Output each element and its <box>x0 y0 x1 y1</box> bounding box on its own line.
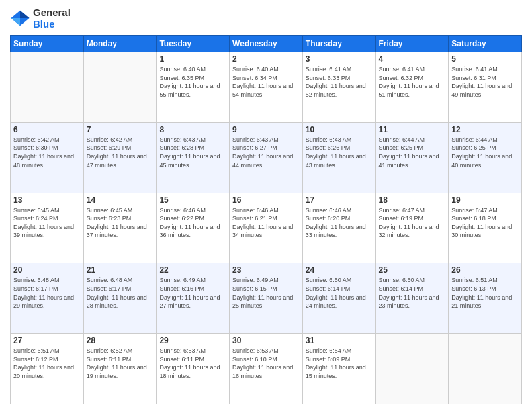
calendar-cell: 14Sunrise: 6:45 AM Sunset: 6:23 PM Dayli… <box>83 193 157 263</box>
calendar-cell: 13Sunrise: 6:45 AM Sunset: 6:24 PM Dayli… <box>11 193 84 263</box>
calendar-cell: 7Sunrise: 6:42 AM Sunset: 6:29 PM Daylig… <box>83 122 157 193</box>
day-info: Sunrise: 6:42 AM Sunset: 6:29 PM Dayligh… <box>87 136 154 169</box>
calendar-cell: 4Sunrise: 6:41 AM Sunset: 6:32 PM Daylig… <box>375 52 449 123</box>
day-number: 12 <box>451 125 519 134</box>
calendar-cell: 30Sunrise: 6:53 AM Sunset: 6:10 PM Dayli… <box>230 334 303 404</box>
calendar-cell: 26Sunrise: 6:51 AM Sunset: 6:13 PM Dayli… <box>449 263 522 334</box>
day-info: Sunrise: 6:49 AM Sunset: 6:16 PM Dayligh… <box>159 276 226 310</box>
calendar-cell: 3Sunrise: 6:41 AM Sunset: 6:33 PM Daylig… <box>302 52 375 123</box>
day-info: Sunrise: 6:53 AM Sunset: 6:11 PM Dayligh… <box>159 347 226 380</box>
logo-icon <box>10 8 30 28</box>
day-info: Sunrise: 6:52 AM Sunset: 6:11 PM Dayligh… <box>87 347 154 380</box>
day-number: 31 <box>306 336 373 345</box>
day-info: Sunrise: 6:51 AM Sunset: 6:13 PM Dayligh… <box>451 276 519 310</box>
calendar-cell: 20Sunrise: 6:48 AM Sunset: 6:17 PM Dayli… <box>11 263 84 334</box>
day-number: 14 <box>87 195 154 205</box>
weekday-header-monday: Monday <box>83 36 157 52</box>
logo-text: General Blue <box>33 7 71 30</box>
day-info: Sunrise: 6:53 AM Sunset: 6:10 PM Dayligh… <box>232 347 300 380</box>
day-number: 3 <box>306 54 373 64</box>
day-number: 26 <box>451 265 519 275</box>
day-number: 2 <box>232 54 300 64</box>
day-number: 7 <box>87 125 154 134</box>
svg-marker-1 <box>20 11 30 18</box>
day-number: 27 <box>13 336 81 345</box>
calendar-cell: 28Sunrise: 6:52 AM Sunset: 6:11 PM Dayli… <box>83 334 157 404</box>
day-info: Sunrise: 6:54 AM Sunset: 6:09 PM Dayligh… <box>306 347 373 380</box>
day-info: Sunrise: 6:40 AM Sunset: 6:35 PM Dayligh… <box>159 65 226 99</box>
day-info: Sunrise: 6:42 AM Sunset: 6:30 PM Dayligh… <box>13 136 81 169</box>
day-number: 19 <box>451 195 519 205</box>
page: General Blue SundayMondayTuesdayWednesda… <box>0 0 532 411</box>
calendar-cell: 15Sunrise: 6:46 AM Sunset: 6:22 PM Dayli… <box>157 193 230 263</box>
calendar-cell: 12Sunrise: 6:44 AM Sunset: 6:25 PM Dayli… <box>449 122 522 193</box>
day-number: 8 <box>159 125 226 134</box>
calendar-week-row: 13Sunrise: 6:45 AM Sunset: 6:24 PM Dayli… <box>11 193 522 263</box>
weekday-header-sunday: Sunday <box>11 36 84 52</box>
calendar-cell: 6Sunrise: 6:42 AM Sunset: 6:30 PM Daylig… <box>11 122 84 193</box>
day-info: Sunrise: 6:45 AM Sunset: 6:24 PM Dayligh… <box>13 206 81 240</box>
calendar-cell: 25Sunrise: 6:50 AM Sunset: 6:14 PM Dayli… <box>375 263 449 334</box>
day-number: 13 <box>13 195 81 205</box>
day-number: 5 <box>451 54 519 64</box>
day-number: 9 <box>232 125 300 134</box>
day-number: 30 <box>232 336 300 345</box>
day-info: Sunrise: 6:41 AM Sunset: 6:31 PM Dayligh… <box>451 65 519 99</box>
day-info: Sunrise: 6:48 AM Sunset: 6:17 PM Dayligh… <box>13 276 81 310</box>
calendar-cell: 22Sunrise: 6:49 AM Sunset: 6:16 PM Dayli… <box>157 263 230 334</box>
calendar-cell: 2Sunrise: 6:40 AM Sunset: 6:34 PM Daylig… <box>230 52 303 123</box>
day-info: Sunrise: 6:41 AM Sunset: 6:33 PM Dayligh… <box>306 65 373 99</box>
calendar-cell: 8Sunrise: 6:43 AM Sunset: 6:28 PM Daylig… <box>157 122 230 193</box>
day-info: Sunrise: 6:40 AM Sunset: 6:34 PM Dayligh… <box>232 65 300 99</box>
day-info: Sunrise: 6:50 AM Sunset: 6:14 PM Dayligh… <box>306 276 373 310</box>
day-info: Sunrise: 6:47 AM Sunset: 6:19 PM Dayligh… <box>379 206 446 240</box>
calendar-cell: 21Sunrise: 6:48 AM Sunset: 6:17 PM Dayli… <box>83 263 157 334</box>
day-number: 24 <box>306 265 373 275</box>
day-number: 22 <box>159 265 226 275</box>
weekday-header-saturday: Saturday <box>449 36 522 52</box>
calendar-cell <box>11 52 84 123</box>
day-number: 10 <box>306 125 373 134</box>
calendar-week-row: 1Sunrise: 6:40 AM Sunset: 6:35 PM Daylig… <box>11 52 522 123</box>
day-info: Sunrise: 6:44 AM Sunset: 6:25 PM Dayligh… <box>379 136 446 169</box>
day-number: 16 <box>232 195 300 205</box>
calendar-cell: 18Sunrise: 6:47 AM Sunset: 6:19 PM Dayli… <box>375 193 449 263</box>
calendar-cell <box>83 52 157 123</box>
weekday-header-thursday: Thursday <box>302 36 375 52</box>
day-info: Sunrise: 6:43 AM Sunset: 6:27 PM Dayligh… <box>232 136 300 169</box>
day-info: Sunrise: 6:46 AM Sunset: 6:22 PM Dayligh… <box>159 206 226 240</box>
calendar-cell: 31Sunrise: 6:54 AM Sunset: 6:09 PM Dayli… <box>302 334 375 404</box>
day-number: 21 <box>87 265 154 275</box>
calendar-table: SundayMondayTuesdayWednesdayThursdayFrid… <box>10 35 522 404</box>
weekday-header-wednesday: Wednesday <box>230 36 303 52</box>
day-info: Sunrise: 6:47 AM Sunset: 6:18 PM Dayligh… <box>451 206 519 240</box>
day-number: 17 <box>306 195 373 205</box>
day-info: Sunrise: 6:48 AM Sunset: 6:17 PM Dayligh… <box>87 276 154 310</box>
day-info: Sunrise: 6:41 AM Sunset: 6:32 PM Dayligh… <box>379 65 446 99</box>
day-info: Sunrise: 6:45 AM Sunset: 6:23 PM Dayligh… <box>87 206 154 240</box>
calendar-cell: 11Sunrise: 6:44 AM Sunset: 6:25 PM Dayli… <box>375 122 449 193</box>
weekday-header-row: SundayMondayTuesdayWednesdayThursdayFrid… <box>11 36 522 52</box>
calendar-cell: 1Sunrise: 6:40 AM Sunset: 6:35 PM Daylig… <box>157 52 230 123</box>
day-number: 28 <box>87 336 154 345</box>
logo: General Blue <box>10 7 71 30</box>
calendar-cell: 17Sunrise: 6:46 AM Sunset: 6:20 PM Dayli… <box>302 193 375 263</box>
calendar-week-row: 6Sunrise: 6:42 AM Sunset: 6:30 PM Daylig… <box>11 122 522 193</box>
weekday-header-tuesday: Tuesday <box>157 36 230 52</box>
calendar-cell: 10Sunrise: 6:43 AM Sunset: 6:26 PM Dayli… <box>302 122 375 193</box>
svg-marker-2 <box>11 18 21 26</box>
day-number: 18 <box>379 195 446 205</box>
calendar-cell: 23Sunrise: 6:49 AM Sunset: 6:15 PM Dayli… <box>230 263 303 334</box>
day-info: Sunrise: 6:44 AM Sunset: 6:25 PM Dayligh… <box>451 136 519 169</box>
day-number: 15 <box>159 195 226 205</box>
day-number: 25 <box>379 265 446 275</box>
day-number: 23 <box>232 265 300 275</box>
calendar-week-row: 20Sunrise: 6:48 AM Sunset: 6:17 PM Dayli… <box>11 263 522 334</box>
day-info: Sunrise: 6:43 AM Sunset: 6:26 PM Dayligh… <box>306 136 373 169</box>
day-number: 1 <box>159 54 226 64</box>
calendar-cell: 9Sunrise: 6:43 AM Sunset: 6:27 PM Daylig… <box>230 122 303 193</box>
weekday-header-friday: Friday <box>375 36 449 52</box>
day-number: 20 <box>13 265 81 275</box>
calendar-cell: 16Sunrise: 6:46 AM Sunset: 6:21 PM Dayli… <box>230 193 303 263</box>
day-info: Sunrise: 6:49 AM Sunset: 6:15 PM Dayligh… <box>232 276 300 310</box>
